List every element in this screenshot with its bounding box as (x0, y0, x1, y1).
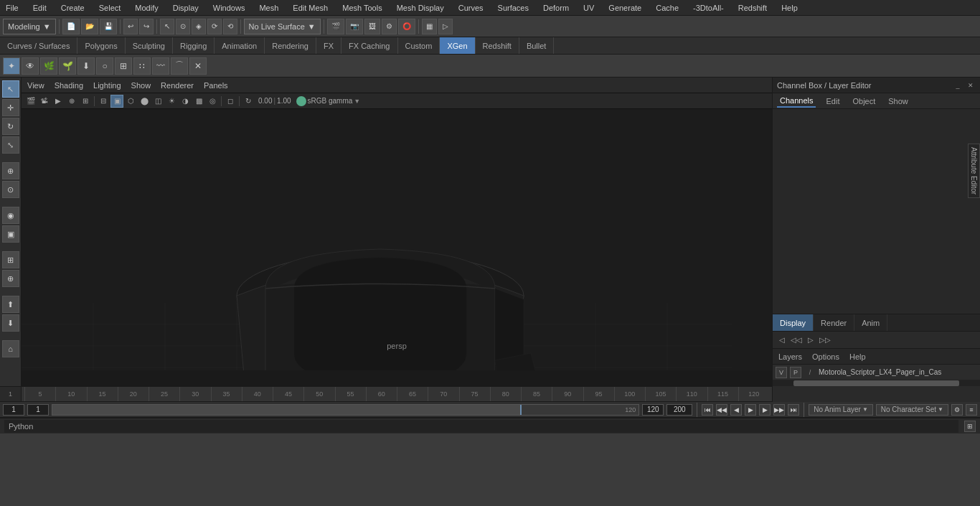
layers-icon-btn[interactable]: ⊞ (115, 57, 132, 75)
play-btn[interactable]: ▶ (745, 404, 756, 416)
lasso-btn[interactable]: ⊙ (176, 19, 190, 34)
layers-tab-layers[interactable]: Layers (776, 351, 805, 362)
vp-film-icon[interactable]: 📽 (38, 95, 51, 108)
visibility-icon-btn[interactable]: 👁 (22, 57, 39, 75)
vp-track-icon[interactable]: ⊞ (79, 95, 92, 108)
xgen-icon-btn[interactable]: ✦ (3, 57, 20, 75)
next-frame-btn[interactable]: ▶ (759, 404, 771, 416)
menu-mesh-display[interactable]: Mesh Display (394, 2, 447, 14)
canvas-area[interactable]: persp (22, 109, 772, 370)
menu-3dtoall[interactable]: -3DtoAll- (690, 2, 727, 14)
menu-help[interactable]: Help (778, 2, 801, 14)
vp-capture-icon[interactable]: ⊕ (65, 95, 78, 108)
timeline-scroll-bar[interactable]: 120 (52, 404, 639, 416)
grid-btn[interactable]: ⊞ (2, 251, 19, 268)
menu-redshift[interactable]: Redshift (735, 2, 770, 14)
vp-grid-icon[interactable]: ⊟ (97, 95, 110, 108)
panel-close-icon[interactable]: ✕ (966, 80, 976, 90)
viewport-menu-panels[interactable]: Panels (201, 80, 231, 91)
menu-curves[interactable]: Curves (456, 2, 486, 14)
layers-tab-help[interactable]: Help (847, 351, 869, 362)
home-btn[interactable]: ⌂ (2, 340, 19, 357)
tab-custom[interactable]: Custom (398, 37, 440, 54)
timeline-ruler[interactable]: 5 10 15 20 25 30 35 40 45 50 55 60 65 70… (22, 387, 772, 401)
tab-xgen[interactable]: XGen (440, 37, 475, 54)
vp-play-icon[interactable]: ▶ (52, 95, 65, 108)
render2-btn[interactable]: 🖼 (364, 19, 380, 34)
layers-tab-options[interactable]: Options (809, 351, 842, 362)
arrow-down-icon-btn[interactable]: ⬇ (77, 57, 95, 75)
char-set-selector[interactable]: No Character Set ▼ (876, 404, 948, 416)
rotate-btn[interactable]: ↻ (2, 118, 19, 135)
prev-key-btn[interactable]: ◀◀ (716, 404, 727, 416)
open-file-btn[interactable]: 📂 (81, 19, 98, 34)
transform-btn[interactable]: ✛ (2, 99, 19, 116)
up-btn[interactable]: ⬆ (2, 296, 19, 313)
menu-uv[interactable]: UV (580, 2, 597, 14)
vp-color-space-icon[interactable] (296, 96, 306, 106)
paint-btn[interactable]: ◈ (192, 19, 206, 34)
vp-smooth-icon[interactable]: ⬤ (138, 95, 151, 108)
viewport[interactable]: View Shading Lighting Show Renderer Pane… (22, 78, 772, 386)
panel-minimize-icon[interactable]: _ (953, 80, 963, 90)
leaf-icon-btn[interactable]: 🌿 (40, 57, 57, 75)
soft-select-btn[interactable]: ◉ (2, 207, 19, 224)
menu-deform[interactable]: Deform (540, 2, 572, 14)
menu-cache[interactable]: Cache (653, 2, 682, 14)
anim-pref-btn[interactable]: ≡ (966, 404, 977, 416)
menu-windows[interactable]: Windows (210, 2, 248, 14)
cross-icon-btn[interactable]: ✕ (189, 57, 207, 75)
wave-icon-btn[interactable]: 〰 (152, 57, 169, 75)
no-live-surface-dropdown[interactable]: No Live Surface ▼ (244, 19, 321, 34)
tab-fx[interactable]: FX (316, 37, 341, 54)
layer-visibility-btn[interactable]: V (776, 367, 787, 378)
marquee-btn[interactable]: ▣ (2, 225, 19, 243)
next-key-btn[interactable]: ▶▶ (773, 404, 785, 416)
viewport-menu-shading[interactable]: Shading (52, 80, 86, 91)
save-file-btn[interactable]: 💾 (100, 19, 117, 34)
plant-icon-btn[interactable]: 🌱 (59, 57, 76, 75)
scale-btn[interactable]: ⤡ (2, 136, 19, 154)
tab-display[interactable]: Display (773, 314, 814, 331)
tab-curves-surfaces[interactable]: Curves / Surfaces (0, 37, 77, 54)
go-end-btn[interactable]: ⏭ (788, 404, 799, 416)
vp-render-icon[interactable]: ▩ (192, 95, 205, 108)
tab-fx-caching[interactable]: FX Caching (341, 37, 397, 54)
layout-btn[interactable]: ▦ (422, 19, 437, 34)
render-btn[interactable]: 🎬 (327, 19, 344, 34)
tab-show[interactable]: Show (885, 95, 911, 107)
menu-file[interactable]: File (3, 2, 22, 14)
mode-selector[interactable]: Modeling ▼ (3, 19, 56, 34)
tab-object[interactable]: Object (849, 95, 878, 107)
lasso-tool-btn[interactable]: ⊙ (2, 181, 19, 198)
vp-texture-icon[interactable]: ◫ (151, 95, 164, 108)
layers-prev2-icon[interactable]: ◁◁ (790, 334, 803, 347)
tab-edit[interactable]: Edit (823, 95, 842, 107)
tab-redshift[interactable]: Redshift (476, 37, 519, 54)
plus-btn[interactable]: ⊕ (2, 270, 19, 287)
menu-generate[interactable]: Generate (606, 2, 644, 14)
layers-next2-icon[interactable]: ▷▷ (819, 334, 831, 347)
circle-btn[interactable]: ⭕ (398, 19, 415, 34)
tab-rigging[interactable]: Rigging (173, 37, 215, 54)
vp-solid-icon[interactable]: ▣ (110, 95, 123, 108)
menu-edit-mesh[interactable]: Edit Mesh (290, 2, 331, 14)
max-end-field[interactable]: 200 (666, 404, 692, 416)
settings-btn[interactable]: ⚙ (382, 19, 397, 34)
python-area[interactable]: Python (4, 420, 958, 433)
range-end-field[interactable]: 120 (642, 404, 664, 416)
tab-anim[interactable]: Anim (854, 314, 887, 331)
vp-camera-icon[interactable]: 🎬 (24, 95, 37, 108)
attribute-editor-tab[interactable]: Attribute Editor (968, 144, 980, 198)
menu-modify[interactable]: Modify (132, 2, 161, 14)
menu-mesh-tools[interactable]: Mesh Tools (339, 2, 385, 14)
tab-bullet[interactable]: Bullet (519, 37, 555, 54)
select-btn[interactable]: ↖ (160, 19, 174, 34)
viewport-menu-lighting[interactable]: Lighting (90, 80, 124, 91)
layers-scrollbar[interactable] (773, 380, 980, 386)
vp-refresh-icon[interactable]: ↻ (242, 95, 255, 108)
redo-btn[interactable]: ↪ (139, 19, 154, 34)
sphere-icon-btn[interactable]: ○ (96, 57, 113, 75)
prev-frame-btn[interactable]: ◀ (730, 404, 742, 416)
tab-sculpting[interactable]: Sculpting (126, 37, 173, 54)
